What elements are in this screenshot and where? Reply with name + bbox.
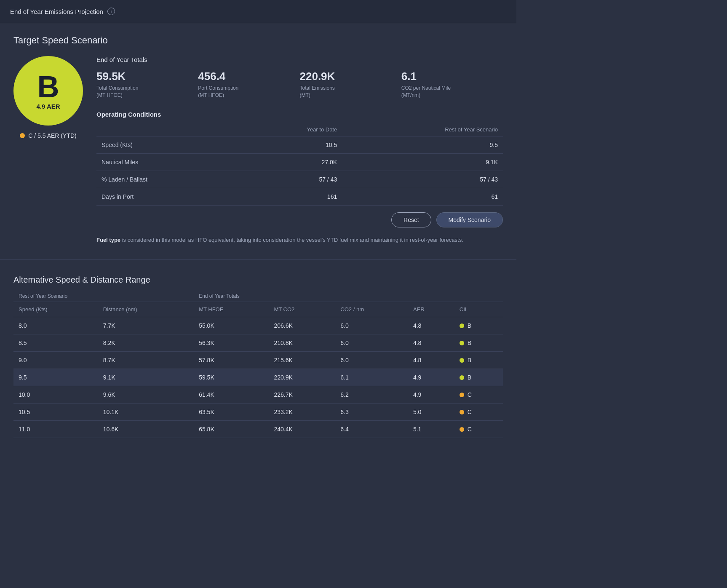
ytd-badge: C / 5.5 AER (YTD) <box>20 132 76 139</box>
total-port-consumption: 456.4 Port Consumption(MT HFOE) <box>198 70 299 99</box>
alt-distance: 8.7K <box>98 352 194 369</box>
alt-speed: 8.0 <box>13 317 98 334</box>
alt-mt-co2: 206.6K <box>269 317 335 334</box>
cii-dot-icon <box>460 358 464 363</box>
total-emissions-label: Total Emissions(MT) <box>300 85 393 99</box>
total-port-label: Port Consumption(MT HFOE) <box>198 85 291 99</box>
alt-speed: 11.0 <box>13 421 98 438</box>
alt-speed: 10.5 <box>13 404 98 421</box>
total-emissions-value: 220.9K <box>300 70 393 83</box>
totals-row: 59.5K Total Consumption(MT HFOE) 456.4 P… <box>96 70 503 99</box>
conditions-row: Speed (Kts) 10.5 9.5 <box>96 136 503 153</box>
alt-mt-co2: 210.8K <box>269 334 335 352</box>
conditions-row: Days in Port 161 61 <box>96 188 503 205</box>
alt-aer: 4.8 <box>408 352 454 369</box>
col-speed: Speed (Kts) <box>13 302 98 317</box>
alt-co2-nm: 6.0 <box>335 334 408 352</box>
alternative-title: Alternative Speed & Distance Range <box>13 275 503 285</box>
alt-table-row: 8.5 8.2K 56.3K 210.8K 6.0 4.8 B <box>13 334 503 352</box>
cii-dot-icon <box>460 323 464 328</box>
alt-table-row: 9.0 8.7K 57.8K 215.6K 6.0 4.8 B <box>13 352 503 369</box>
alt-cii: C <box>454 404 503 421</box>
group-header-roy: Rest of Year Scenario <box>13 293 194 302</box>
alt-speed: 10.0 <box>13 386 98 404</box>
alt-table-row: 10.5 10.1K 63.5K 233.2K 6.3 5.0 C <box>13 404 503 421</box>
reset-button[interactable]: Reset <box>391 212 431 227</box>
total-consumption-label: Total Consumption(MT HFOE) <box>96 85 190 99</box>
alt-cii: B <box>454 317 503 334</box>
alt-co2-nm: 6.3 <box>335 404 408 421</box>
conditions-col-ytd: Year to Date <box>239 123 342 136</box>
alt-mt-co2: 220.9K <box>269 369 335 386</box>
conditions-roy: 9.1K <box>342 153 503 171</box>
alt-cii: B <box>454 369 503 386</box>
alt-cii: C <box>454 421 503 438</box>
alt-aer: 4.9 <box>408 386 454 404</box>
total-co2-label: CO2 per Nautical Mile(MT/nm) <box>401 85 494 99</box>
conditions-col-metric <box>96 123 239 136</box>
alt-co2-nm: 6.2 <box>335 386 408 404</box>
cii-grade: C <box>468 391 472 398</box>
conditions-metric: Days in Port <box>96 188 239 205</box>
cii-dot-icon <box>460 427 464 432</box>
col-mt-co2: MT CO2 <box>269 302 335 317</box>
alt-mt-hfoe: 65.8K <box>194 421 269 438</box>
alt-table-row: 10.0 9.6K 61.4K 226.7K 6.2 4.9 C <box>13 386 503 404</box>
cii-grade: C <box>468 409 472 415</box>
alt-table-group-header: Rest of Year Scenario End of Year Totals <box>13 293 503 302</box>
fuel-note: Fuel type is considered in this model as… <box>96 236 503 245</box>
conditions-col-roy: Rest of Year Scenario <box>342 123 503 136</box>
alt-speed: 8.5 <box>13 334 98 352</box>
alt-distance: 10.1K <box>98 404 194 421</box>
conditions-ytd: 27.0K <box>239 153 342 171</box>
alt-co2-nm: 6.1 <box>335 369 408 386</box>
total-co2-nm: 6.1 CO2 per Nautical Mile(MT/nm) <box>401 70 503 99</box>
page-header: End of Year Emissions Projection i <box>0 0 516 23</box>
conditions-metric: Speed (Kts) <box>96 136 239 153</box>
cii-grade: C <box>468 426 472 433</box>
alt-table-col-header: Speed (Kts) Distance (nm) MT HFOE MT CO2… <box>13 302 503 317</box>
cii-grade: B <box>468 357 471 363</box>
alt-co2-nm: 6.0 <box>335 317 408 334</box>
conditions-roy: 57 / 43 <box>342 171 503 188</box>
conditions-ytd: 161 <box>239 188 342 205</box>
cii-grade: B <box>468 322 471 329</box>
alt-cii: B <box>454 352 503 369</box>
conditions-row: Nautical Miles 27.0K 9.1K <box>96 153 503 171</box>
cii-dot-icon <box>460 341 464 345</box>
alt-cii: B <box>454 334 503 352</box>
grade-letter: B <box>37 72 59 102</box>
col-cii: CII <box>454 302 503 317</box>
end-year-totals-label: End of Year Totals <box>96 56 503 63</box>
alt-distance: 7.7K <box>98 317 194 334</box>
alt-mt-hfoe: 63.5K <box>194 404 269 421</box>
alt-distance: 8.2K <box>98 334 194 352</box>
alt-mt-co2: 215.6K <box>269 352 335 369</box>
cii-dot-icon <box>460 375 464 380</box>
alt-table-row: 9.5 9.1K 59.5K 220.9K 6.1 4.9 B <box>13 369 503 386</box>
alt-speed: 9.5 <box>13 369 98 386</box>
alt-aer: 4.8 <box>408 317 454 334</box>
alt-mt-co2: 233.2K <box>269 404 335 421</box>
alt-co2-nm: 6.0 <box>335 352 408 369</box>
conditions-ytd: 10.5 <box>239 136 342 153</box>
modify-scenario-button[interactable]: Modify Scenario <box>436 212 503 227</box>
alt-distance: 10.6K <box>98 421 194 438</box>
alt-table-row: 11.0 10.6K 65.8K 240.4K 6.4 5.1 C <box>13 421 503 438</box>
alt-mt-hfoe: 59.5K <box>194 369 269 386</box>
alt-mt-hfoe: 57.8K <box>194 352 269 369</box>
cii-grade: B <box>468 339 471 346</box>
alternative-table: Rest of Year Scenario End of Year Totals… <box>13 293 503 438</box>
section-divider <box>0 259 516 260</box>
col-distance: Distance (nm) <box>98 302 194 317</box>
conditions-roy: 9.5 <box>342 136 503 153</box>
conditions-ytd: 57 / 43 <box>239 171 342 188</box>
col-aer: AER <box>408 302 454 317</box>
operating-conditions-label: Operating Conditions <box>96 111 503 118</box>
right-panel: End of Year Totals 59.5K Total Consumpti… <box>96 56 503 244</box>
alt-mt-co2: 240.4K <box>269 421 335 438</box>
info-icon[interactable]: i <box>107 8 115 15</box>
alt-speed: 9.0 <box>13 352 98 369</box>
alt-aer: 5.0 <box>408 404 454 421</box>
alt-mt-hfoe: 56.3K <box>194 334 269 352</box>
